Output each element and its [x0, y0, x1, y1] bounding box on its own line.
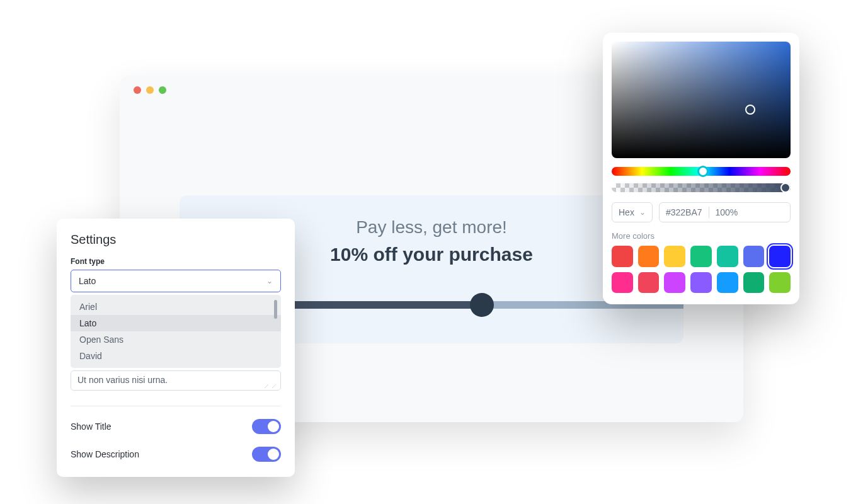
promo-subheading: 10% off your purchase	[330, 244, 533, 265]
color-selection-cursor[interactable]	[745, 105, 755, 115]
chevron-down-icon: ⌄	[266, 277, 273, 285]
show-description-label: Show Description	[71, 449, 139, 459]
settings-panel: Settings Font type Lato ⌄ Ariel Lato Ope…	[57, 219, 295, 477]
font-type-dropdown: Ariel Lato Open Sans David	[71, 295, 281, 368]
show-description-row: Show Description	[71, 447, 281, 462]
textarea-value: Ut non varius nisi urna.	[77, 375, 168, 385]
alpha-slider[interactable]	[612, 183, 791, 192]
divider	[71, 406, 281, 406]
font-option-lato[interactable]: Lato	[71, 315, 281, 331]
hex-value: #322BA7	[666, 207, 702, 217]
format-label: Hex	[619, 207, 634, 217]
swatch-orange[interactable]	[638, 246, 660, 267]
slider-handle[interactable]	[470, 293, 494, 317]
color-picker-panel: Hex ⌄ #322BA7 100% More colors	[603, 33, 799, 304]
font-option-david[interactable]: David	[71, 348, 281, 364]
maximize-window-icon[interactable]	[159, 86, 166, 94]
input-divider	[709, 207, 709, 218]
show-title-row: Show Title	[71, 419, 281, 434]
swatch-pink[interactable]	[612, 272, 633, 294]
chevron-down-icon: ⌄	[639, 208, 646, 217]
color-input-row: Hex ⌄ #322BA7 100%	[612, 202, 791, 222]
swatch-rose[interactable]	[638, 272, 660, 294]
swatch-skyblue[interactable]	[717, 272, 738, 294]
font-option-open-sans[interactable]: Open Sans	[71, 331, 281, 348]
swatch-indigo[interactable]	[743, 246, 765, 267]
show-title-toggle[interactable]	[252, 419, 281, 434]
swatch-emerald[interactable]	[743, 272, 765, 294]
hue-slider[interactable]	[612, 167, 791, 176]
swatch-grid	[612, 246, 791, 293]
swatch-red[interactable]	[612, 246, 633, 267]
swatch-blue-selected[interactable]	[769, 246, 791, 267]
font-type-select[interactable]: Lato ⌄	[71, 270, 281, 292]
promo-heading: Pay less, get more!	[356, 217, 507, 238]
color-format-select[interactable]: Hex ⌄	[612, 202, 653, 222]
opacity-value: 100%	[716, 207, 738, 217]
toggle-knob	[268, 421, 279, 432]
close-window-icon[interactable]	[134, 86, 141, 94]
hex-input-group[interactable]: #322BA7 100%	[659, 202, 791, 222]
more-colors-label: More colors	[612, 231, 791, 241]
resize-icon[interactable]: ⟋⟋	[263, 384, 278, 389]
swatch-lime[interactable]	[769, 272, 791, 294]
hue-handle[interactable]	[697, 166, 709, 177]
toggle-knob	[268, 449, 279, 460]
description-textarea[interactable]: Ut non varius nisi urna. ⟋⟋	[71, 370, 281, 391]
font-type-label: Font type	[71, 257, 281, 266]
minimize-window-icon[interactable]	[146, 86, 154, 94]
color-gradient-area[interactable]	[612, 42, 791, 158]
show-title-label: Show Title	[71, 421, 111, 432]
alpha-handle[interactable]	[780, 183, 791, 193]
swatch-yellow[interactable]	[664, 246, 685, 267]
swatch-green[interactable]	[690, 246, 712, 267]
dropdown-scrollbar[interactable]	[274, 300, 277, 319]
settings-title: Settings	[71, 232, 281, 247]
swatch-teal[interactable]	[717, 246, 738, 267]
swatch-purple[interactable]	[690, 272, 712, 294]
show-description-toggle[interactable]	[252, 447, 281, 462]
font-option-ariel[interactable]: Ariel	[71, 299, 281, 315]
font-type-value: Lato	[79, 276, 96, 286]
swatch-magenta[interactable]	[664, 272, 685, 294]
